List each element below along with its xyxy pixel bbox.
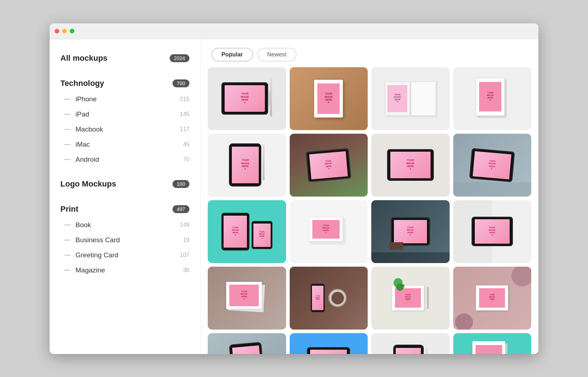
- sidebar-item-ipad[interactable]: iPad 145: [64, 107, 189, 122]
- sidebar-item-android[interactable]: Android 70: [64, 152, 189, 167]
- gallery-card-18[interactable]: YOURIMAGEHERE✦: [290, 333, 368, 354]
- gallery-card-11[interactable]: YOURIMAGEHERE✦: [371, 200, 450, 263]
- sidebar-ipad-left: iPad: [64, 110, 89, 118]
- gallery-card-12[interactable]: YOURIMAGEHERE✦: [453, 200, 532, 263]
- sidebar-book-label: Book: [75, 221, 91, 229]
- sidebar: All mockups 2024 Technology 700 iPhone: [50, 39, 201, 354]
- filter-newest-button[interactable]: Newest: [257, 48, 297, 61]
- placeholder-text-3: YOURIMAGEHERE✦: [394, 93, 401, 104]
- placeholder-text-4: YOURIMAGEHERE✦: [487, 92, 494, 102]
- sidebar-divider-3: [60, 194, 189, 201]
- gallery-card-7[interactable]: YOURIMAGEHERE✦: [371, 134, 450, 197]
- sidebar-business-label: Business Card: [75, 236, 120, 244]
- sidebar-item-book[interactable]: Book 149: [64, 217, 189, 233]
- placeholder-text-5: YOURIMAGEHERE✦: [241, 159, 249, 171]
- sidebar-divider-1: [60, 69, 189, 75]
- placeholder-text-9: YOURIMAGEHERE✦: [232, 226, 239, 237]
- sidebar-category-logo: Logo Mockups 100: [60, 176, 189, 192]
- placeholder-text-14: YOURIMAGEHERE: [316, 295, 320, 300]
- sidebar-tech-badge: 700: [173, 79, 189, 87]
- sidebar-all-header[interactable]: All mockups 2024: [60, 50, 189, 66]
- sidebar-imac-left: iMac: [64, 141, 90, 148]
- sidebar-greeting-left: Greeting Card: [64, 251, 118, 259]
- sidebar-iphone-left: iPhone: [64, 95, 97, 103]
- sidebar-ipad-count: 145: [180, 111, 189, 118]
- sidebar-magazine-label: Magazine: [75, 266, 105, 274]
- gallery-card-3[interactable]: YOURIMAGEHERE✦ · · ·· · ·: [371, 67, 450, 130]
- sidebar-macbook-left: Macbook: [64, 125, 103, 133]
- filter-popular-button[interactable]: Popular: [211, 48, 253, 61]
- gallery-card-14[interactable]: YOURIMAGEHERE: [290, 267, 368, 330]
- gallery-card-6[interactable]: YOURIMAGEHERE✦: [290, 134, 368, 197]
- sidebar-imac-label: iMac: [75, 141, 90, 148]
- placeholder-text-13: YOURIMAGEHERE✦: [240, 290, 248, 301]
- sidebar-item-magazine[interactable]: Magazine 36: [64, 263, 189, 278]
- gallery-card-16[interactable]: YOURIMAGEHERE✦: [453, 267, 532, 330]
- gallery-card-1[interactable]: YOURIMAGEHERE✦: [208, 67, 286, 130]
- sidebar-dash-icon: [64, 240, 70, 240]
- sidebar-android-count: 70: [183, 156, 189, 163]
- sidebar-greeting-count: 107: [180, 252, 189, 258]
- sidebar-greeting-label: Greeting Card: [75, 251, 118, 259]
- gallery-card-15[interactable]: YOURIMAGEHERE✦: [371, 267, 450, 330]
- placeholder-text-11: YOURIMAGEHERE✦: [407, 226, 414, 237]
- sidebar-iphone-count: 215: [180, 96, 189, 102]
- close-button[interactable]: [55, 29, 59, 33]
- gallery-card-20[interactable]: YOURIMAGEHERE✦: [453, 333, 532, 354]
- placeholder-text-7: YOURIMAGEHERE✦: [406, 159, 414, 171]
- gallery-card-9[interactable]: YOURIMAGEHERE✦ YOURIMAGEHERE✦: [208, 200, 286, 263]
- sidebar-magazine-left: Magazine: [64, 266, 105, 274]
- sidebar-print-header[interactable]: Print 497: [60, 201, 189, 217]
- sidebar-dash-icon: [64, 99, 70, 100]
- sidebar-logo-badge: 100: [173, 180, 189, 188]
- sidebar-android-left: Android: [64, 156, 99, 164]
- main-content: Popular Newest YOURIMAGEHERE✦: [201, 39, 538, 354]
- sidebar-print-label: Print: [60, 204, 78, 214]
- sidebar-category-print: Print 497 Book 149: [60, 201, 189, 278]
- gallery-card-17[interactable]: YOURIMAGEHERE✦: [208, 333, 286, 354]
- sidebar-dash-icon: [64, 144, 70, 145]
- sidebar-business-count: 19: [183, 237, 189, 243]
- content-area: All mockups 2024 Technology 700 iPhone: [50, 39, 538, 354]
- gallery-card-2[interactable]: YOURIMAGEHERE✦: [290, 67, 368, 130]
- titlebar: [50, 23, 538, 39]
- gallery-card-13[interactable]: YOURIMAGEHERE✦: [208, 267, 286, 330]
- placeholder-text-10: YOURIMAGEHERE✦: [322, 224, 330, 235]
- sidebar-category-all: All mockups 2024: [60, 50, 189, 66]
- sidebar-all-label: All mockups: [60, 54, 107, 63]
- placeholder-text-16: YOURIMAGEHERE✦: [489, 294, 495, 302]
- sidebar-business-left: Business Card: [64, 236, 120, 244]
- placeholder-text-8: YOURIMAGEHERE✦: [488, 160, 496, 170]
- sidebar-tech-header[interactable]: Technology 700: [60, 75, 189, 92]
- gallery-card-4[interactable]: YOURIMAGEHERE✦: [453, 67, 532, 130]
- gallery-card-5[interactable]: YOURIMAGEHERE✦: [208, 134, 286, 197]
- sidebar-logo-label: Logo Mockups: [60, 179, 116, 189]
- sidebar-print-badge: 497: [173, 205, 189, 213]
- gallery-card-10[interactable]: YOURIMAGEHERE✦: [290, 200, 368, 263]
- sidebar-dash-icon: [64, 114, 70, 115]
- tablet-pencil-mockup: YOURIMAGEHERE✦: [221, 81, 272, 116]
- sidebar-item-macbook[interactable]: Macbook 117: [64, 122, 189, 137]
- sidebar-dash-icon: [64, 129, 70, 130]
- sidebar-category-technology: Technology 700 iPhone 215: [60, 75, 189, 167]
- sidebar-magazine-count: 36: [183, 267, 189, 273]
- placeholder-text-2: YOURIMAGEHERE✦: [325, 92, 333, 105]
- maximize-button[interactable]: [70, 29, 74, 33]
- sidebar-logo-header[interactable]: Logo Mockups 100: [60, 176, 189, 192]
- sidebar-android-label: Android: [75, 156, 99, 164]
- placeholder-text-12: YOURIMAGEHERE✦: [488, 226, 496, 237]
- placeholder-text-6: YOURIMAGEHERE✦: [325, 160, 332, 170]
- sidebar-item-greeting-card[interactable]: Greeting Card 107: [64, 248, 189, 263]
- sidebar-tech-subitems: iPhone 215 iPad 145: [64, 92, 189, 167]
- sidebar-dash-icon: [64, 255, 70, 256]
- main-window: All mockups 2024 Technology 700 iPhone: [50, 23, 538, 354]
- gallery-card-8[interactable]: YOURIMAGEHERE✦: [453, 134, 532, 197]
- gallery-grid: YOURIMAGEHERE✦ YOURIMAGEHERE✦: [201, 67, 538, 354]
- sidebar-item-iphone[interactable]: iPhone 215: [64, 92, 189, 107]
- filter-bar: Popular Newest: [201, 39, 538, 67]
- sidebar-item-imac[interactable]: iMac 45: [64, 137, 189, 152]
- sidebar-item-business-card[interactable]: Business Card 19: [64, 233, 189, 248]
- sidebar-divider-2: [60, 169, 189, 176]
- minimize-button[interactable]: [62, 29, 67, 33]
- gallery-card-19[interactable]: YOURIMAGEHERE✦: [371, 333, 450, 354]
